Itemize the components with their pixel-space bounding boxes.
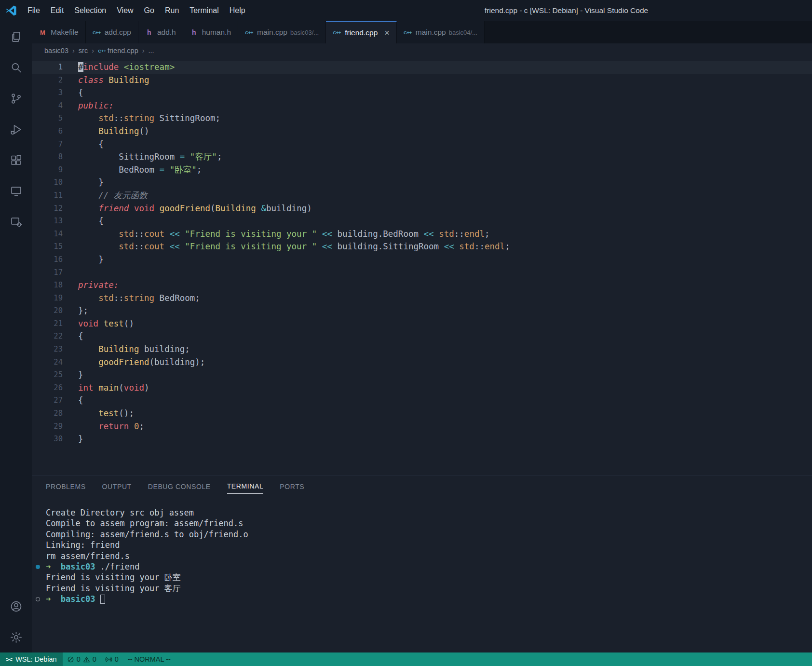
settings-gear-icon[interactable] (0, 622, 32, 652)
status-bar: >< WSL: Debian 0 0 0 -- NORMAL -- (0, 652, 812, 666)
menu-run[interactable]: Run (160, 0, 184, 21)
code-line[interactable]: 11 // 友元函数 (32, 189, 812, 202)
code-line[interactable]: 2class Building (32, 74, 812, 87)
code-line[interactable]: 27{ (32, 394, 812, 407)
code-line[interactable]: 9 BedRoom = "卧室"; (32, 163, 812, 177)
source-control-icon[interactable] (0, 83, 32, 114)
editor-column: MMakefileC++add.cpphadd.hhhuman.hC++main… (32, 21, 812, 652)
menu-help[interactable]: Help (224, 0, 251, 21)
menu-file[interactable]: File (22, 0, 45, 21)
code-line[interactable]: 19 std::string BedRoom; (32, 292, 812, 305)
panel-tab-terminal[interactable]: TERMINAL (227, 479, 264, 494)
code-line[interactable]: 21void test() (32, 317, 812, 330)
menu-selection[interactable]: Selection (69, 0, 111, 21)
line-content: }; (63, 304, 88, 317)
menu-edit[interactable]: Edit (45, 0, 69, 21)
code-line[interactable]: 5 std::string SittingRoom; (32, 112, 812, 125)
breadcrumb-item[interactable]: src (79, 47, 88, 54)
line-content: } (63, 176, 104, 189)
line-number: 13 (32, 215, 63, 228)
code-editor[interactable]: 1#include <iostream>2class Building3{4pu… (32, 58, 812, 475)
panel-tab-debug-console[interactable]: DEBUG CONSOLE (148, 480, 211, 494)
code-line[interactable]: 28 test(); (32, 407, 812, 420)
tab-label: add.h (157, 28, 176, 37)
terminal[interactable]: Create Directory src obj assemCompile to… (32, 498, 812, 652)
code-line[interactable]: 24 goodFriend(building); (32, 356, 812, 369)
code-line[interactable]: 7 { (32, 138, 812, 151)
run-debug-icon[interactable] (0, 114, 32, 145)
remote-label: WSL: Debian (15, 655, 56, 663)
breadcrumb-item[interactable]: ... (149, 47, 154, 54)
code-line[interactable]: 13 { (32, 215, 812, 228)
panel-tab-ports[interactable]: PORTS (280, 480, 304, 494)
code-line[interactable]: 10 } (32, 176, 812, 189)
panel-tab-problems[interactable]: PROBLEMS (46, 480, 86, 494)
line-number: 22 (32, 330, 63, 343)
line-number: 4 (32, 99, 63, 112)
code-line[interactable]: 25} (32, 368, 812, 381)
line-number: 20 (32, 304, 63, 317)
code-line[interactable]: 17 (32, 266, 812, 279)
code-line[interactable]: 20}; (32, 304, 812, 317)
title-bar: FileEditSelectionViewGoRunTerminalHelp f… (0, 0, 812, 21)
code-line[interactable]: 18private: (32, 279, 812, 292)
code-line[interactable]: 26int main(void) (32, 381, 812, 394)
menu-go[interactable]: Go (139, 0, 160, 21)
line-number: 8 (32, 150, 63, 163)
account-icon[interactable] (0, 591, 32, 622)
ports-status[interactable]: 0 (101, 652, 123, 666)
line-number: 1 (32, 61, 63, 74)
menu-view[interactable]: View (111, 0, 138, 21)
warning-icon (83, 656, 90, 663)
extensions-icon[interactable] (0, 145, 32, 176)
tab-main.cpp[interactable]: C++main.cppbasic03/... (238, 21, 326, 43)
remote-indicator[interactable]: >< WSL: Debian (0, 652, 63, 666)
window-title: friend.cpp - c [WSL: Debian] - Visual St… (485, 0, 648, 21)
search-icon[interactable] (0, 52, 32, 83)
tab-human.h[interactable]: hhuman.h (183, 21, 238, 43)
code-line[interactable]: 12 friend void goodFriend(Building &buil… (32, 202, 812, 215)
tab-add.h[interactable]: hadd.h (138, 21, 183, 43)
menu-terminal[interactable]: Terminal (184, 0, 224, 21)
terminal-line: Friend is visiting your 卧室 (46, 572, 812, 583)
code-line[interactable]: 6 Building() (32, 125, 812, 138)
explorer-icon[interactable] (0, 21, 32, 52)
command-prompt-decoration-icon[interactable] (36, 597, 40, 601)
tab-label: main.cpp (416, 28, 446, 37)
cpp-file-icon: C++ (93, 30, 101, 35)
line-content (63, 266, 83, 279)
vim-mode-indicator[interactable]: -- NORMAL -- (123, 655, 176, 663)
code-line[interactable]: 30} (32, 433, 812, 446)
code-line[interactable]: 23 Building building; (32, 343, 812, 356)
breadcrumb: basic03›src›C++friend.cpp›... (32, 43, 812, 58)
breadcrumb-separator-icon: › (72, 47, 75, 54)
breadcrumb-item[interactable]: friend.cpp (108, 47, 138, 54)
tab-main.cpp[interactable]: C++main.cppbasic04/... (397, 21, 485, 43)
code-line[interactable]: 15 std::cout << "Friend is visiting your… (32, 240, 812, 253)
tab-Makefile[interactable]: MMakefile (32, 21, 86, 43)
tab-add.cpp[interactable]: C++add.cpp (86, 21, 138, 43)
code-line[interactable]: 22{ (32, 330, 812, 343)
close-tab-icon[interactable]: × (384, 28, 390, 37)
panel-tab-output[interactable]: OUTPUT (102, 480, 132, 494)
breadcrumb-separator-icon: › (92, 47, 94, 54)
line-content: } (63, 433, 83, 446)
tab-friend.cpp[interactable]: C++friend.cpp× (326, 21, 397, 43)
remote-explorer-icon[interactable] (0, 176, 32, 206)
code-line[interactable]: 8 SittingRoom = "客厅"; (32, 150, 812, 163)
code-line[interactable]: 1#include <iostream> (32, 61, 812, 74)
code-line[interactable]: 14 std::cout << "Friend is visiting your… (32, 228, 812, 241)
command-success-decoration-icon[interactable] (36, 565, 40, 569)
code-line[interactable]: 3{ (32, 86, 812, 99)
vscode-logo-icon (0, 4, 22, 17)
code-line[interactable]: 16 } (32, 253, 812, 266)
line-number: 29 (32, 420, 63, 433)
line-content: std::cout << "Friend is visiting your " … (63, 240, 510, 253)
code-line[interactable]: 4public: (32, 99, 812, 112)
remote-targets-icon[interactable] (0, 206, 32, 237)
line-content: // 友元函数 (63, 189, 148, 202)
line-content: void test() (63, 317, 134, 330)
breadcrumb-item[interactable]: basic03 (44, 47, 68, 54)
problems-status[interactable]: 0 0 (63, 652, 101, 666)
code-line[interactable]: 29 return 0; (32, 420, 812, 433)
